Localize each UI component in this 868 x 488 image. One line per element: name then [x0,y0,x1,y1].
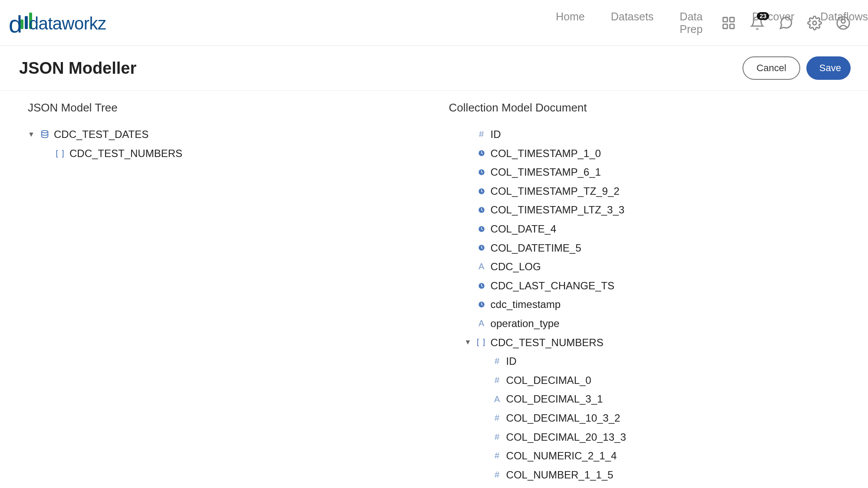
nav-data-prep[interactable]: Data Prep [680,10,726,36]
cancel-button[interactable]: Cancel [743,56,800,80]
tree-item[interactable]: ▼#COL_NUMERIC_2_1_4 [449,446,844,465]
tree-item[interactable]: ▼ACOL_DECIMAL_3_1 [449,390,844,409]
page-title: JSON Modeller [19,59,136,78]
field-name: CDC_TEST_NUMBERS [491,334,604,351]
tree-item[interactable]: ▼COL_TIMESTAMP_6_1 [449,163,844,182]
timestamp-type-icon [477,225,486,233]
field-name: COL_TIMESTAMP_1_0 [491,145,601,162]
field-name: ID [506,353,517,370]
field-name: CDC_LAST_CHANGE_TS [491,277,614,295]
array-type-icon: [ ] [56,147,65,160]
svg-point-7 [42,131,48,133]
notifications-badge: 23 [757,12,769,20]
field-name: COL_NUMBER_10_0_6 [506,485,619,488]
timestamp-type-icon [477,187,486,195]
tree-item[interactable]: ▼#COL_DECIMAL_10_3_2 [449,409,844,428]
json-model-tree-panel: JSON Model Tree ▼CDC_TEST_DATES▼[ ]CDC_T… [28,101,423,488]
field-name: ID [491,126,501,143]
number-type-icon: # [492,430,502,444]
user-icon[interactable] [836,16,851,30]
json-model-tree-title: JSON Model Tree [28,101,423,115]
tree-item[interactable]: ▼#ID [449,352,844,371]
svg-rect-1 [730,17,734,22]
field-name: COL_DECIMAL_3_1 [506,390,603,408]
database-icon [40,130,50,139]
nav-datasets[interactable]: Datasets [611,10,654,36]
svg-rect-2 [723,24,727,28]
brand-logo[interactable]: d dataworkz [9,13,106,33]
number-type-icon: # [477,127,486,141]
number-type-icon: # [492,468,502,482]
field-name: COL_DECIMAL_20_13_3 [506,429,626,446]
page-subheader: JSON Modeller Cancel Save [0,46,868,91]
json-model-tree: ▼CDC_TEST_DATES▼[ ]CDC_TEST_NUMBERS [28,125,423,163]
text-type-icon: A [477,259,486,274]
field-name: COL_TIMESTAMP_6_1 [491,164,601,181]
chevron-down-icon[interactable]: ▼ [28,129,36,140]
tree-item[interactable]: ▼cdc_timestamp [449,295,844,314]
svg-point-6 [841,19,845,23]
field-name: CDC_TEST_NUMBERS [69,145,182,162]
collection-model-title: Collection Model Document [449,101,844,115]
notifications-icon[interactable]: 23 [750,16,765,30]
tree-item[interactable]: ▼COL_TIMESTAMP_TZ_9_2 [449,182,844,201]
field-name: COL_DATE_4 [491,220,557,238]
nav-home[interactable]: Home [556,10,585,36]
timestamp-type-icon [477,206,486,214]
apps-icon[interactable] [721,16,736,30]
field-name: operation_type [491,315,560,332]
tree-item[interactable]: ▼#COL_DECIMAL_20_13_3 [449,428,844,447]
timestamp-type-icon [477,149,486,157]
svg-rect-3 [730,24,734,28]
svg-rect-0 [723,17,727,22]
tree-item[interactable]: ▼[ ]CDC_TEST_NUMBERS [449,333,844,352]
svg-point-4 [813,21,817,25]
settings-icon[interactable] [807,16,822,30]
field-name: CDC_LOG [491,258,541,275]
text-type-icon: A [477,316,486,331]
field-name: COL_DECIMAL_10_3_2 [506,409,620,427]
timestamp-type-icon [477,244,486,252]
tree-item[interactable]: ▼COL_TIMESTAMP_1_0 [449,144,844,163]
tree-item[interactable]: ▼COL_DATE_4 [449,219,844,239]
field-name: COL_NUMBER_1_1_5 [506,466,614,484]
save-button[interactable]: Save [806,56,851,80]
chat-icon[interactable] [779,16,793,30]
number-type-icon: # [492,373,502,387]
chevron-down-icon[interactable]: ▼ [465,337,472,348]
timestamp-type-icon [477,301,486,308]
tree-item[interactable]: ▼Aoperation_type [449,314,844,333]
field-name: COL_NUMERIC_2_1_4 [506,447,617,465]
number-type-icon: # [492,487,502,488]
collection-model-panel: Collection Model Document ▼#ID▼COL_TIMES… [449,101,844,488]
app-header: d dataworkz Home Datasets Data Prep Disc… [0,0,868,46]
tree-item[interactable]: ▼ACDC_LOG [449,257,844,276]
tree-item[interactable]: ▼COL_TIMESTAMP_LTZ_3_3 [449,200,844,219]
field-name: COL_DECIMAL_0 [506,372,591,389]
tree-item[interactable]: ▼CDC_TEST_DATES [28,125,423,144]
number-type-icon: # [492,354,502,368]
field-name: cdc_timestamp [491,296,561,313]
tree-item[interactable]: ▼#ID [449,125,844,144]
field-name: COL_TIMESTAMP_TZ_9_2 [491,183,620,200]
field-name: COL_TIMESTAMP_LTZ_3_3 [491,201,625,219]
tree-item[interactable]: ▼CDC_LAST_CHANGE_TS [449,276,844,295]
field-name: CDC_TEST_DATES [54,126,149,143]
tree-item[interactable]: ▼#COL_DECIMAL_0 [449,371,844,390]
tree-item[interactable]: ▼[ ]CDC_TEST_NUMBERS [28,144,423,163]
tree-item[interactable]: ▼#COL_NUMBER_10_0_6 [449,484,844,488]
timestamp-type-icon [477,282,486,290]
number-type-icon: # [492,449,502,463]
collection-model-tree: ▼#ID▼COL_TIMESTAMP_1_0▼COL_TIMESTAMP_6_1… [449,125,844,488]
field-name: COL_DATETIME_5 [491,239,581,257]
tree-item[interactable]: ▼#COL_NUMBER_1_1_5 [449,465,844,485]
timestamp-type-icon [477,168,486,176]
main-content: JSON Model Tree ▼CDC_TEST_DATES▼[ ]CDC_T… [0,91,868,488]
number-type-icon: # [492,411,502,425]
array-type-icon: [ ] [477,336,486,349]
tree-item[interactable]: ▼COL_DATETIME_5 [449,239,844,258]
brand-name: dataworkz [29,14,106,33]
text-type-icon: A [492,392,502,406]
